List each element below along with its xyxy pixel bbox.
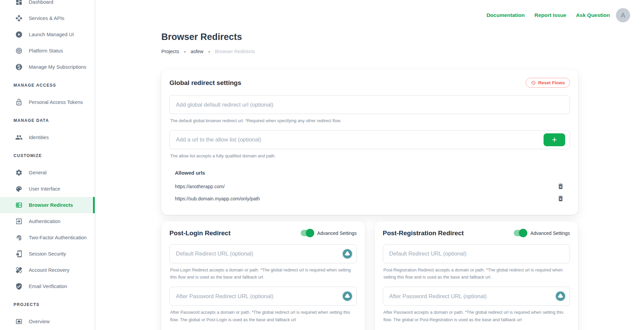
sidebar-item-platform-status[interactable]: Platform Status [0, 43, 95, 59]
breadcrumb-separator: ● [208, 50, 210, 53]
post-login-after-password-url-input[interactable] [169, 287, 357, 306]
fingerprint-icon [15, 234, 23, 242]
advanced-settings-label: Advanced Settings [317, 230, 357, 236]
post-registration-advanced-toggle[interactable] [514, 230, 526, 236]
sidebar-item-label: Email Verification [29, 284, 67, 289]
report-issue-link[interactable]: Report Issue [534, 12, 566, 18]
post-registration-default-url-input[interactable] [383, 244, 570, 263]
breadcrumb-separator: ● [184, 50, 186, 53]
allowed-urls-section: Allowed urls https://anotherapp.com/ htt… [169, 170, 570, 204]
reset-flows-label: Reset Flows [538, 80, 565, 85]
password-manager-icon[interactable] [342, 290, 353, 302]
global-card-title: Global redirect settings [169, 79, 241, 87]
breadcrumb-current: Browser Redirects [215, 49, 255, 54]
sidebar-item-label: Authentication [29, 219, 61, 224]
dashboard-icon [15, 0, 23, 6]
page-title: Browser Redirects [161, 32, 578, 42]
sidebar-item-label: Personal Access Tokens [29, 100, 83, 105]
post-login-redirect-card: Post-Login Redirect Advanced Settings Po… [161, 221, 365, 330]
reset-flows-button[interactable]: Reset Flows [526, 78, 570, 88]
sidebar-item-personal-access-tokens[interactable]: Personal Access Tokens [0, 94, 95, 110]
sidebar-section-projects: PROJECTS [0, 300, 95, 309]
play-circle-icon [15, 30, 23, 39]
status-radar-icon [15, 47, 23, 55]
ask-question-link[interactable]: Ask Question [576, 12, 610, 18]
topbar: Documentation Report Issue Ask Question … [477, 8, 630, 22]
post-registration-title: Post-Registration Redirect [383, 229, 464, 237]
sidebar-item-label: General [29, 170, 47, 175]
palette-icon [15, 185, 23, 193]
post-registration-after-password-helper: After Password accepts a domain or path.… [384, 309, 570, 324]
allowed-url-text: https://sub.domain.myapp.com/only/path [175, 196, 260, 201]
sidebar-section-manage-access: MANAGE ACCESS [0, 81, 95, 90]
phone-lock-icon [15, 250, 23, 258]
login-icon [15, 217, 23, 225]
post-login-advanced-toggle[interactable] [301, 230, 313, 236]
post-login-default-url-input[interactable] [169, 244, 357, 263]
allowed-url-row: https://anotherapp.com/ [175, 181, 570, 192]
breadcrumb-projects[interactable]: Projects [161, 49, 179, 54]
post-registration-redirect-card: Post-Registration Redirect Advanced Sett… [375, 221, 578, 330]
sidebar-item-label: Two-Factor Authentication [29, 235, 87, 240]
allow-list-helper: The allow list accepts a fully qualified… [170, 152, 569, 160]
avatar[interactable]: A [616, 8, 630, 22]
allowed-url-row: https://sub.domain.myapp.com/only/path [175, 193, 570, 204]
sidebar-item-session-security[interactable]: Session Security [0, 246, 95, 262]
sidebar-item-account-recovery[interactable]: Account Recovery [0, 262, 95, 278]
main-area: Documentation Report Issue Ask Question … [95, 0, 644, 330]
sidebar-item-label: Browser Redirects [29, 202, 73, 208]
content: Browser Redirects Projects ● asfew ● Bro… [161, 0, 578, 330]
dollar-circle-icon [15, 63, 23, 71]
sidebar-item-two-factor[interactable]: Two-Factor Authentication [0, 229, 95, 246]
delete-url-button[interactable] [557, 195, 565, 202]
sidebar-item-identities[interactable]: Identities [0, 129, 95, 146]
trash-x-icon [557, 195, 565, 202]
sidebar-item-manage-subscriptions[interactable]: Manage My Subscriptions [0, 59, 95, 75]
sidebar-item-label: Identities [29, 135, 49, 140]
bandage-icon [15, 266, 23, 274]
sidebar-item-label: Account Recovery [29, 267, 69, 273]
sidebar-section-manage-data: MANAGE DATA [0, 116, 95, 125]
trash-x-icon [557, 183, 565, 190]
post-registration-default-helper: Post-Registration Redirect accepts a dom… [384, 266, 570, 281]
global-default-redirect-url-input[interactable] [169, 95, 570, 114]
sidebar-item-label: Launch Managed UI [29, 32, 74, 37]
sidebar-item-general[interactable]: General [0, 164, 95, 181]
sidebar-item-browser-redirects[interactable]: Browser Redirects [0, 197, 95, 213]
post-registration-after-password-url-input[interactable] [383, 287, 570, 306]
global-default-redirect-helper: The default global browser redirect url.… [170, 117, 569, 125]
sidebar-item-label: Overview [29, 319, 50, 324]
sidebar-item-label: User Interface [29, 186, 60, 192]
delete-url-button[interactable] [557, 183, 565, 190]
allowed-urls-title: Allowed urls [175, 170, 570, 176]
image-cloud-icon [15, 317, 23, 326]
add-url-button[interactable]: + [544, 133, 565, 146]
post-login-after-password-helper: After Password accepts a domain or path.… [170, 309, 356, 324]
sidebar-item-email-verification[interactable]: Email Verification [0, 278, 95, 294]
shield-check-icon [15, 282, 23, 290]
documentation-link[interactable]: Documentation [486, 12, 525, 18]
plus-icon: + [552, 135, 557, 144]
sidebar-item-overview[interactable]: Overview [0, 313, 95, 330]
sidebar-item-dashboard[interactable]: Dashboard [0, 0, 95, 10]
sidebar-item-label: Services & APIs [29, 16, 64, 21]
breadcrumb-project-name[interactable]: asfew [190, 49, 203, 54]
sidebar-item-authentication[interactable]: Authentication [0, 213, 95, 229]
sidebar-item-services-apis[interactable]: Services & APIs [0, 10, 95, 26]
sidebar-item-label: Platform Status [29, 48, 63, 53]
post-login-title: Post-Login Redirect [169, 229, 231, 237]
advanced-settings-label: Advanced Settings [530, 230, 570, 236]
history-icon [531, 80, 536, 85]
services-icon [15, 14, 23, 22]
password-manager-icon[interactable] [555, 290, 566, 302]
sidebar-item-launch-managed-ui[interactable]: Launch Managed UI [0, 26, 95, 43]
sidebar-item-user-interface[interactable]: User Interface [0, 181, 95, 197]
sidebar-item-label: Dashboard [29, 0, 53, 5]
lock-open-icon [15, 98, 23, 106]
sidebar-section-customize: CUSTOMIZE [0, 151, 95, 160]
browser-window-icon [15, 201, 23, 209]
people-icon [15, 133, 23, 141]
sidebar-item-label: Manage My Subscriptions [29, 64, 86, 70]
password-manager-icon[interactable] [342, 248, 353, 260]
allow-list-url-input[interactable] [169, 130, 570, 149]
